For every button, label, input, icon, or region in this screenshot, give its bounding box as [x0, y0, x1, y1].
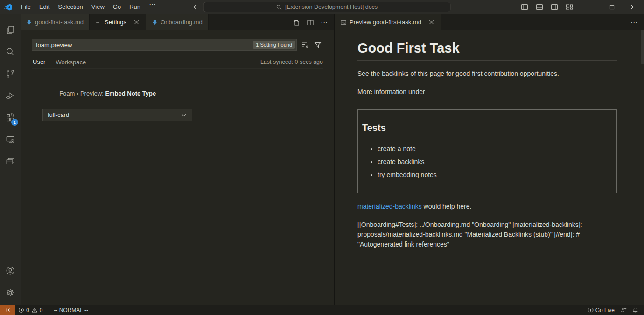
tab-label: good-first-task.md [35, 19, 84, 26]
menu-selection[interactable]: Selection [54, 2, 87, 12]
backlink-text: would help here. [422, 203, 472, 210]
customize-layout-icon[interactable] [566, 3, 573, 11]
toggle-sidebar-icon[interactable] [521, 3, 528, 11]
link-references-paragraph: [[Onboarding#Tests]: ../Onboarding.md "O… [357, 220, 617, 249]
explorer-icon[interactable] [0, 19, 21, 41]
error-icon [18, 307, 24, 313]
markdown-preview: Good First Task See the backlinks of thi… [335, 30, 644, 305]
close-tab-icon[interactable] [133, 19, 140, 26]
settings-search-box: 1 Setting Found [32, 39, 297, 51]
setting-name: Embed Note Type [105, 90, 156, 97]
materialized-backlinks-link[interactable]: materialized-backlinks [357, 203, 422, 210]
backlink-paragraph: materialized-backlinks would help here. [357, 202, 617, 212]
preview-intro: See the backlinks of this page for good … [357, 69, 617, 79]
markdown-file-icon [26, 19, 32, 25]
tab-bar-left: good-first-task.md Settings Onboarding.m… [21, 14, 334, 30]
vim-mode-indicator[interactable]: -- NORMAL -- [51, 305, 91, 315]
settings-gear-icon[interactable] [0, 281, 21, 303]
settings-list-icon [95, 19, 102, 26]
scope-tab-workspace[interactable]: Workspace [56, 59, 86, 68]
selected-value: full-card [48, 111, 69, 118]
tab-preview-good-first-task[interactable]: Preview good-first-task.md [335, 14, 441, 30]
menu-go[interactable]: Go [109, 2, 125, 12]
editor-actions-left: ⋯ [290, 14, 334, 30]
tab-label: Onboarding.md [161, 19, 203, 26]
activity-bar: 1 [0, 14, 21, 305]
setting-embed-note-type: Foam › Preview: Embed Note Type full-car… [42, 83, 323, 121]
embed-list: create a note create backlinks try embed… [362, 144, 612, 180]
list-item: try embedding notes [378, 170, 612, 180]
window-controls [514, 0, 644, 14]
editor-group-right: Preview good-first-task.md ⋯ Good First … [335, 14, 644, 305]
preview-scrollbar[interactable] [641, 30, 644, 64]
problems-status[interactable]: 0 0 [15, 305, 45, 315]
embed-note-type-select[interactable]: full-card [42, 109, 192, 121]
split-editor-icon[interactable] [304, 16, 316, 28]
go-live-button[interactable]: Go Live [585, 305, 617, 315]
error-count: 0 [26, 307, 29, 314]
search-icon [276, 4, 282, 10]
setting-category: Foam › Preview: [59, 90, 105, 97]
scope-tab-user[interactable]: User [33, 58, 45, 68]
close-window-button[interactable] [623, 0, 644, 14]
toggle-panel-icon[interactable] [536, 3, 543, 11]
list-item: create a note [378, 144, 612, 154]
notifications-bell-icon[interactable] [630, 305, 641, 315]
settings-editor: 1 Setting Found User Workspace Last sync… [21, 30, 334, 305]
source-control-icon[interactable] [0, 62, 21, 84]
filter-settings-icon[interactable] [313, 40, 323, 50]
feedback-icon[interactable] [617, 305, 630, 315]
close-tab-icon[interactable] [428, 19, 435, 26]
run-debug-icon[interactable] [0, 84, 21, 106]
settings-scope-tabs: User Workspace Last synced: 0 secs ago [32, 58, 323, 69]
clear-settings-search-icon[interactable] [300, 40, 310, 50]
toggle-secondary-sidebar-icon[interactable] [551, 3, 558, 11]
workbench: 1 good-first-ta [0, 14, 644, 305]
go-live-label: Go Live [595, 307, 615, 314]
search-sidebar-icon[interactable] [0, 41, 21, 62]
menu-view[interactable]: View [87, 2, 109, 12]
tab-onboarding[interactable]: Onboarding.md [146, 14, 209, 30]
command-center-text: [Extension Development Host] docs [285, 4, 378, 10]
more-actions-icon[interactable]: ⋯ [318, 16, 330, 28]
menu-edit[interactable]: Edit [35, 2, 54, 12]
tab-label: Preview good-first-task.md [350, 19, 421, 26]
remote-explorer-icon[interactable] [0, 128, 21, 150]
accounts-icon[interactable] [0, 260, 21, 281]
tab-settings[interactable]: Settings [90, 14, 146, 30]
menu-more-icon[interactable]: ⋯ [145, 2, 161, 12]
open-settings-json-icon[interactable] [290, 16, 302, 28]
embedded-note-card: Tests create a note create backlinks try… [357, 109, 617, 193]
menu-file[interactable]: File [17, 2, 35, 12]
status-bar-right: Go Live [585, 305, 644, 315]
markdown-preview-icon [340, 19, 347, 26]
vscode-logo-icon [4, 3, 12, 11]
panel-windows-icon[interactable] [0, 150, 21, 172]
maximize-button[interactable] [601, 0, 623, 14]
settings-results-badge: 1 Setting Found [253, 41, 295, 49]
tab-label: Settings [105, 19, 126, 26]
menu-run[interactable]: Run [125, 2, 145, 12]
title-rule [357, 60, 617, 61]
command-center-search[interactable]: [Extension Development Host] docs [203, 2, 451, 12]
chevron-down-icon [181, 112, 187, 118]
extensions-icon[interactable]: 1 [0, 106, 21, 128]
status-bar: 0 0 -- NORMAL -- Go Live [0, 305, 644, 315]
broadcast-icon [588, 307, 594, 313]
minimize-button[interactable] [580, 0, 601, 14]
last-synced-status: Last synced: 0 secs ago [260, 59, 323, 68]
tab-bar-right: Preview good-first-task.md ⋯ [335, 14, 644, 30]
embed-rule [362, 137, 612, 137]
menu-bar: File Edit Selection View Go Run ⋯ [17, 2, 161, 12]
editor-actions-right: ⋯ [628, 14, 644, 30]
editor-group-left: good-first-task.md Settings Onboarding.m… [21, 14, 334, 305]
title-bar: File Edit Selection View Go Run ⋯ [Exten… [0, 0, 644, 14]
preview-more-info: More information under [357, 87, 617, 97]
warning-icon [31, 307, 38, 313]
list-item: create backlinks [378, 157, 612, 167]
embed-title: Tests [362, 123, 612, 133]
tab-good-first-task[interactable]: good-first-task.md [21, 14, 90, 30]
remote-indicator[interactable] [0, 305, 15, 315]
back-arrow-icon[interactable] [191, 3, 199, 11]
more-actions-icon[interactable]: ⋯ [628, 16, 640, 28]
